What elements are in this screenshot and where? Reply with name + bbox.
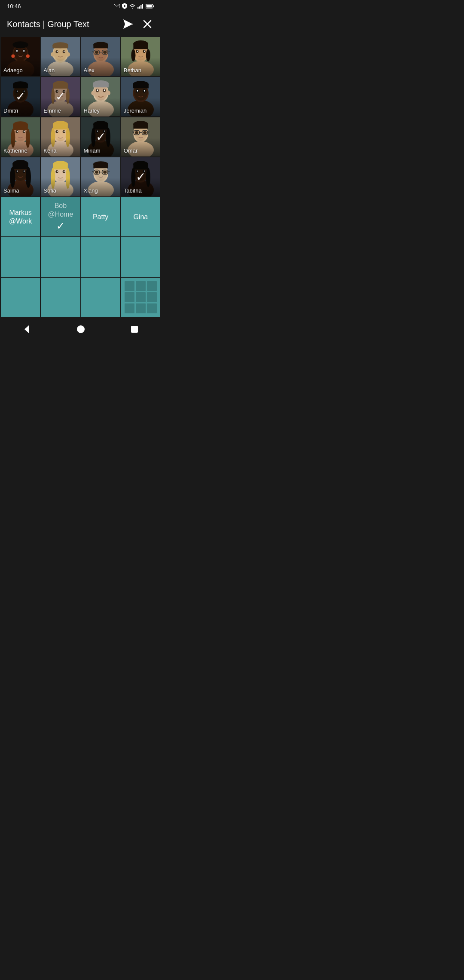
close-button[interactable]: [140, 17, 154, 31]
contact-jeremiah[interactable]: Jeremiah: [121, 77, 160, 116]
back-icon: [22, 325, 32, 334]
back-button[interactable]: [15, 322, 39, 339]
contact-keira[interactable]: Keira: [41, 117, 80, 156]
svg-rect-126: [53, 123, 68, 129]
contact-name-keira: Keira: [43, 147, 56, 154]
svg-point-102: [143, 90, 145, 92]
privacy-icon: [122, 3, 127, 9]
svg-rect-5: [142, 4, 143, 9]
contact-tabitha[interactable]: ✓ Tabitha: [121, 157, 160, 196]
empty-cell-7[interactable]: [81, 278, 120, 317]
contact-name-dmitri: Dmitri: [3, 107, 18, 114]
contact-name-patty: Patty: [93, 213, 108, 221]
svg-point-150: [135, 131, 138, 134]
empty-cell-2[interactable]: [41, 237, 80, 276]
svg-marker-203: [24, 325, 29, 333]
svg-point-204: [77, 325, 85, 333]
svg-rect-163: [12, 163, 28, 169]
contact-overlay-harley: Harley: [81, 98, 120, 116]
header: Kontacts | Group Text: [0, 12, 161, 36]
send-icon: [122, 18, 134, 30]
svg-point-19: [16, 50, 18, 52]
svg-point-111: [17, 131, 18, 132]
status-icons: [114, 3, 154, 9]
contact-name-omar: Omar: [124, 147, 138, 154]
pattern-sq-8: [136, 303, 146, 313]
contact-bethan[interactable]: Bethan: [121, 37, 160, 76]
contact-name-bob: Bob@Home: [48, 202, 73, 218]
svg-point-35: [67, 52, 70, 56]
email-icon: [114, 4, 120, 8]
header-actions: [121, 17, 154, 31]
svg-point-55: [137, 50, 138, 52]
contact-harley[interactable]: Harley: [81, 77, 120, 116]
empty-cell-1[interactable]: [1, 237, 40, 276]
svg-rect-104: [133, 84, 149, 88]
svg-point-124: [64, 131, 64, 132]
empty-cell-6[interactable]: [41, 278, 80, 317]
pattern-sq-5: [136, 292, 146, 302]
contact-overlay-keira: Keira: [41, 138, 80, 156]
svg-point-46: [103, 51, 107, 54]
svg-rect-114: [13, 124, 27, 130]
svg-point-93: [91, 91, 95, 95]
close-icon: [142, 19, 153, 29]
contact-name-tabitha: Tabitha: [124, 187, 142, 194]
home-button[interactable]: [69, 322, 92, 339]
contact-name-alex: Alex: [84, 67, 95, 74]
contact-name-sofia: Sofia: [43, 187, 56, 194]
svg-point-101: [137, 90, 138, 92]
status-bar: 10:46: [0, 0, 161, 12]
svg-point-94: [107, 91, 110, 95]
svg-point-23: [12, 41, 28, 48]
empty-cell-3[interactable]: [81, 237, 120, 276]
svg-point-20: [23, 50, 24, 52]
send-button[interactable]: [121, 17, 135, 31]
pattern-sq-2: [136, 281, 146, 291]
contact-xiang[interactable]: Xiang: [81, 157, 120, 196]
svg-rect-3: [139, 6, 140, 9]
contact-omar[interactable]: Omar: [121, 117, 160, 156]
contact-name-adaego: Adaego: [3, 67, 23, 74]
contact-adaego[interactable]: Adaego: [1, 37, 40, 76]
contact-alex[interactable]: Alex: [81, 37, 120, 76]
contact-alan[interactable]: Alan: [41, 37, 80, 76]
svg-point-56: [144, 50, 145, 52]
contact-overlay-salma: Salma: [1, 178, 40, 196]
contact-katherine[interactable]: Katherine: [1, 117, 40, 156]
recents-icon: [130, 325, 139, 334]
contact-salma[interactable]: Salma: [1, 157, 40, 196]
contact-dmitri[interactable]: ✓ Dmitri: [1, 77, 40, 116]
svg-rect-190: [93, 163, 108, 168]
pattern-sq-3: [147, 281, 157, 291]
contact-overlay-xiang: Xiang: [81, 178, 120, 196]
contact-patty[interactable]: Patty: [81, 197, 120, 236]
empty-cell-4[interactable]: [121, 237, 160, 276]
svg-point-34: [51, 52, 55, 56]
contact-gina[interactable]: Gina: [121, 197, 160, 236]
contact-overlay-katherine: Katherine: [1, 138, 40, 156]
contacts-grid: Adaego Alan: [0, 36, 161, 318]
recents-button[interactable]: [123, 322, 146, 338]
pattern-sq-4: [125, 292, 134, 302]
contact-overlay-omar: Omar: [121, 138, 160, 156]
svg-point-172: [57, 171, 58, 172]
navigation-bar: [0, 318, 161, 344]
empty-cell-5[interactable]: [1, 278, 40, 317]
svg-rect-92: [93, 83, 109, 87]
contact-sofia[interactable]: Sofia: [41, 157, 80, 196]
battery-icon: [146, 4, 154, 9]
svg-point-30: [57, 51, 58, 52]
svg-rect-48: [93, 44, 108, 48]
status-time: 10:46: [7, 3, 21, 9]
contact-name-salma: Salma: [3, 187, 19, 194]
more-options-cell[interactable]: [121, 278, 160, 317]
contact-miriam[interactable]: ✓ Miriam: [81, 117, 120, 156]
svg-point-160: [17, 170, 18, 172]
check-icon-bob: ✓: [56, 220, 65, 232]
svg-point-112: [24, 131, 24, 132]
contact-emmie[interactable]: ✓ Emmie: [41, 77, 80, 116]
svg-point-1: [124, 5, 125, 7]
contact-markus[interactable]: Markus@Work: [1, 197, 40, 236]
contact-bob[interactable]: Bob@Home ✓: [41, 197, 80, 236]
